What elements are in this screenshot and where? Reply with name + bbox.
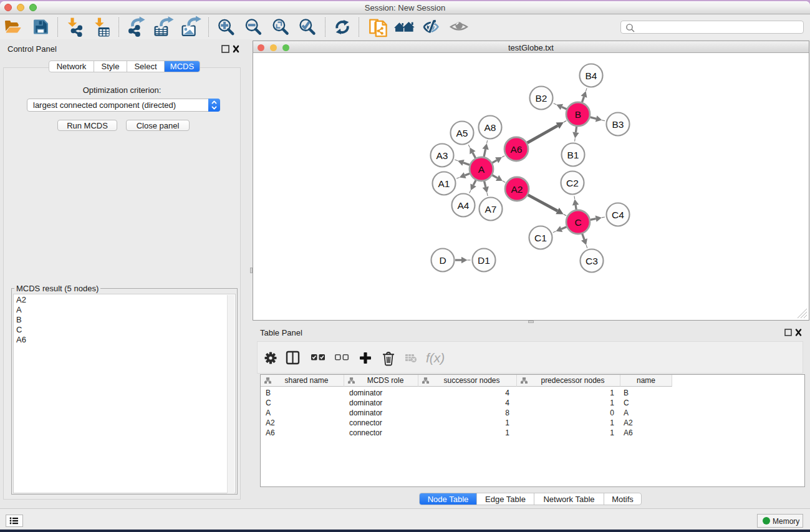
svg-text:C: C	[574, 217, 581, 228]
svg-text:C4: C4	[612, 210, 624, 220]
svg-text:A8: A8	[485, 122, 496, 133]
svg-text:A1: A1	[438, 178, 450, 189]
svg-text:D: D	[439, 255, 446, 266]
svg-text:A6: A6	[511, 144, 523, 155]
svg-text:B: B	[575, 109, 581, 120]
svg-text:A3: A3	[436, 150, 448, 161]
svg-text:C2: C2	[566, 178, 579, 188]
svg-text:B4: B4	[586, 70, 597, 81]
svg-text:D1: D1	[478, 255, 490, 266]
svg-text:A4: A4	[458, 200, 470, 211]
svg-text:A2: A2	[511, 184, 523, 195]
svg-text:A7: A7	[485, 204, 497, 215]
svg-text:B2: B2	[536, 93, 547, 104]
svg-text:B3: B3	[612, 119, 624, 130]
svg-text:C1: C1	[534, 233, 547, 243]
svg-text:C3: C3	[586, 256, 598, 266]
svg-text:A: A	[478, 164, 485, 175]
svg-text:A5: A5	[456, 128, 468, 138]
svg-text:B1: B1	[567, 150, 579, 160]
svg-text:f(x): f(x)	[426, 351, 445, 365]
